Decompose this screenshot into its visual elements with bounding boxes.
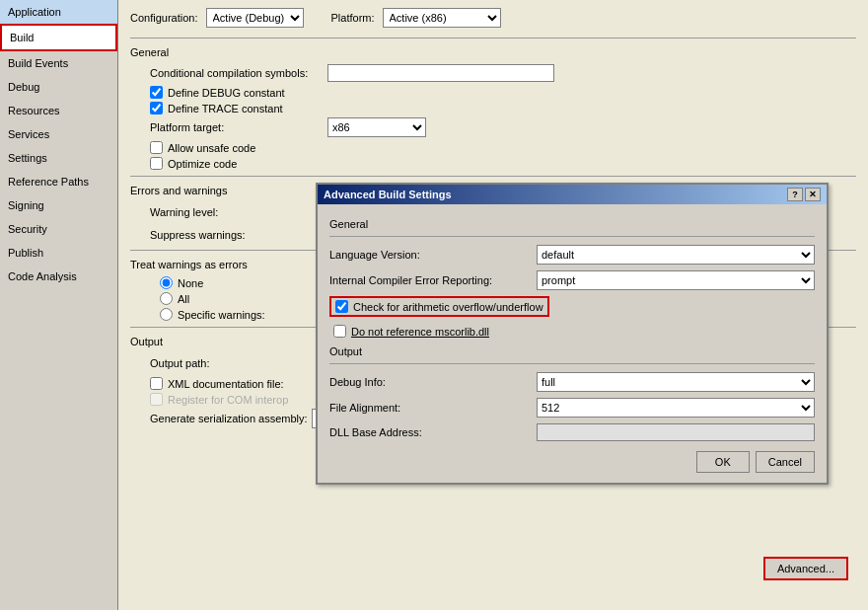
do-not-reference-row: Do not reference mscorlib.dll xyxy=(329,325,815,338)
none-radio[interactable] xyxy=(160,276,173,289)
allow-unsafe-label: Allow unsafe code xyxy=(168,142,255,154)
modal-output-section: Output Debug Info: full File Alignment: … xyxy=(329,345,815,441)
specific-label: Specific warnings: xyxy=(178,309,265,321)
all-radio[interactable] xyxy=(160,292,173,305)
modal-titlebar: Advanced Build Settings ? ✕ xyxy=(318,185,827,204)
modal-general-title: General xyxy=(329,218,815,230)
modal-controls: ? ✕ xyxy=(787,188,821,201)
modal-ok-button[interactable]: OK xyxy=(696,451,750,473)
language-version-row: Language Version: default xyxy=(329,245,815,265)
platform-target-label: Platform target: xyxy=(150,121,327,133)
sidebar-item-build[interactable]: Build xyxy=(0,24,117,51)
modal-cancel-button[interactable]: Cancel xyxy=(756,451,815,473)
build-content: Configuration: Active (Debug) Platform: … xyxy=(118,0,868,610)
advanced-button[interactable]: Advanced... xyxy=(763,557,848,580)
sidebar-item-signing[interactable]: Signing xyxy=(0,193,117,217)
modal-body: General Language Version: default Intern… xyxy=(318,204,827,483)
dll-base-label: DLL Base Address: xyxy=(329,426,537,438)
optimize-label: Optimize code xyxy=(168,158,237,170)
sidebar-item-services[interactable]: Services xyxy=(0,122,117,146)
conditional-row: Conditional compilation symbols: xyxy=(130,64,856,82)
define-trace-row: Define TRACE constant xyxy=(130,102,856,114)
dll-base-row: DLL Base Address: 0x00400000 xyxy=(329,423,815,441)
optimize-checkbox[interactable] xyxy=(150,157,163,170)
sidebar-item-code-analysis[interactable]: Code Analysis xyxy=(0,265,117,288)
modal-output-title: Output xyxy=(329,345,815,357)
conditional-label: Conditional compilation symbols: xyxy=(150,67,327,79)
sidebar-item-reference-paths[interactable]: Reference Paths xyxy=(0,170,117,193)
modal-close-button[interactable]: ✕ xyxy=(805,188,821,201)
debug-info-label: Debug Info: xyxy=(329,376,537,388)
optimize-row: Optimize code xyxy=(130,157,856,170)
platform-target-select[interactable]: x86 xyxy=(327,117,426,137)
sidebar-item-application[interactable]: Application xyxy=(0,0,117,24)
debug-info-row: Debug Info: full xyxy=(329,372,815,392)
modal-title: Advanced Build Settings xyxy=(324,189,787,200)
do-not-reference-checkbox[interactable] xyxy=(333,325,346,338)
general-title: General xyxy=(130,46,856,58)
check-arithmetic-checkbox[interactable] xyxy=(335,300,348,313)
config-row: Configuration: Active (Debug) Platform: … xyxy=(130,8,856,28)
language-version-select[interactable]: default xyxy=(537,245,815,265)
define-debug-row: Define DEBUG constant xyxy=(130,86,856,99)
specific-radio[interactable] xyxy=(160,308,173,321)
register-com-label: Register for COM interop xyxy=(168,394,288,406)
dll-base-input[interactable]: 0x00400000 xyxy=(537,423,815,441)
define-debug-checkbox[interactable] xyxy=(150,86,163,99)
internal-compiler-label: Internal Compiler Error Reporting: xyxy=(329,274,537,286)
xml-doc-label: XML documentation file: xyxy=(168,378,284,390)
general-section: General Conditional compilation symbols:… xyxy=(130,38,856,170)
configuration-select[interactable]: Active (Debug) xyxy=(206,8,304,28)
all-label: All xyxy=(178,293,189,305)
sidebar-item-resources[interactable]: Resources xyxy=(0,99,117,122)
configuration-label: Configuration: xyxy=(130,12,198,24)
conditional-input[interactable] xyxy=(327,64,554,82)
sidebar-item-security[interactable]: Security xyxy=(0,217,117,241)
none-label: None xyxy=(178,277,203,289)
sidebar-item-debug[interactable]: Debug xyxy=(0,75,117,99)
file-alignment-row: File Alignment: 512 xyxy=(329,398,815,418)
internal-compiler-select[interactable]: prompt xyxy=(537,270,815,290)
check-arithmetic-label: Check for arithmetic overflow/underflow xyxy=(353,301,543,313)
do-not-ref-text: Do not reference mscorlib.dll xyxy=(351,326,489,338)
file-alignment-label: File Alignment: xyxy=(329,402,537,414)
register-com-checkbox[interactable] xyxy=(150,393,163,406)
platform-label: Platform: xyxy=(331,12,375,24)
advanced-build-settings-dialog: Advanced Build Settings ? ✕ General Lang… xyxy=(316,183,829,485)
do-not-reference-label: Do not reference mscorlib.dll xyxy=(351,326,489,338)
file-alignment-select[interactable]: 512 xyxy=(537,398,815,418)
allow-unsafe-row: Allow unsafe code xyxy=(130,141,856,154)
internal-compiler-row: Internal Compiler Error Reporting: promp… xyxy=(329,270,815,290)
define-debug-label: Define DEBUG constant xyxy=(168,87,285,99)
xml-doc-checkbox[interactable] xyxy=(150,377,163,390)
sidebar-item-settings[interactable]: Settings xyxy=(0,146,117,170)
output-path-label: Output path: xyxy=(150,357,327,369)
debug-info-select[interactable]: full xyxy=(537,372,815,392)
serialization-label: Generate serialization assembly: xyxy=(150,413,308,424)
platform-select[interactable]: Active (x86) xyxy=(383,8,501,28)
modal-buttons: OK Cancel xyxy=(329,451,815,473)
modal-help-button[interactable]: ? xyxy=(787,188,803,201)
suppress-label: Suppress warnings: xyxy=(150,229,327,241)
allow-unsafe-checkbox[interactable] xyxy=(150,141,163,154)
language-version-label: Language Version: xyxy=(329,249,537,261)
warning-level-label: Warning level: xyxy=(150,206,327,218)
define-trace-checkbox[interactable] xyxy=(150,102,163,114)
sidebar-item-publish[interactable]: Publish xyxy=(0,241,117,265)
sidebar: Application Build Build Events Debug Res… xyxy=(0,0,118,610)
sidebar-item-build-events[interactable]: Build Events xyxy=(0,51,117,75)
platform-target-row: Platform target: x86 xyxy=(130,117,856,137)
define-trace-label: Define TRACE constant xyxy=(168,103,283,114)
check-arithmetic-row: Check for arithmetic overflow/underflow xyxy=(329,296,549,317)
